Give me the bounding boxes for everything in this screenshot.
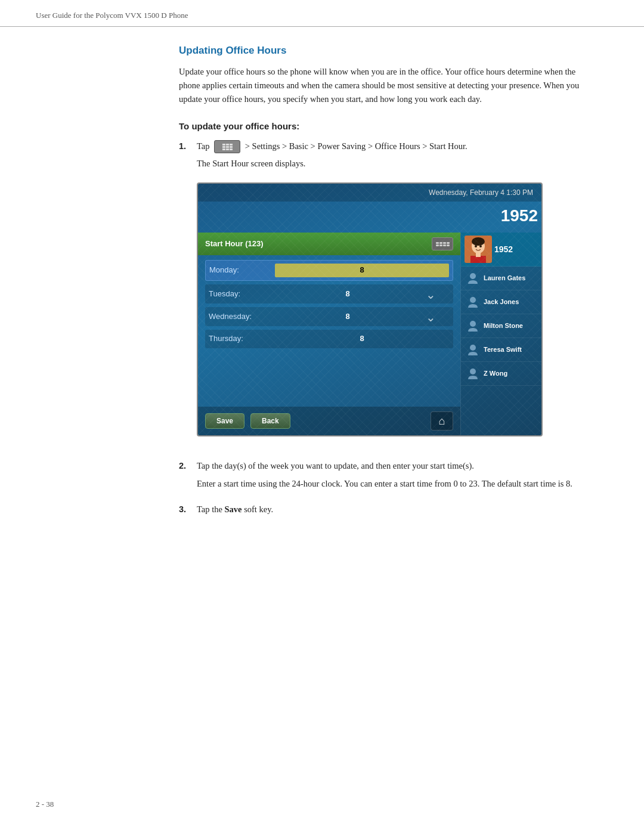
phone-body: Start Hour (123)	[198, 233, 543, 435]
contact-milton-stone[interactable]: Milton Stone	[461, 314, 543, 338]
sub-heading: To update your office hours:	[179, 121, 584, 131]
step-3: 3. Tap the Save soft key.	[179, 503, 584, 520]
page-header: User Guide for the Polycom VVX 1500 D Ph…	[0, 0, 644, 27]
step-1-caption: The Start Hour screen displays.	[197, 157, 584, 171]
settings-header: Start Hour (123)	[198, 233, 460, 255]
arrow-down-1: ⌄	[421, 289, 440, 301]
contact-icon-zwong	[465, 366, 481, 382]
field-tuesday-label: Tuesday:	[209, 288, 274, 301]
svg-point-8	[470, 297, 476, 303]
phone-right-panel: 1952 Lauren Gates	[460, 233, 543, 435]
person-icon-4	[466, 343, 479, 357]
phone-screen: Wednesday, February 4 1:30 PM 1952 Start…	[198, 184, 543, 435]
field-tuesday-value: 8	[274, 288, 421, 301]
person-icon	[466, 272, 479, 285]
menu-button-icon[interactable]	[214, 140, 240, 153]
contact-icon-lauren	[465, 270, 481, 287]
step-2-content: Tap the day(s) of the week you want to u…	[197, 459, 584, 494]
step-2-subtext: Enter a start time using the 24-hour clo…	[197, 477, 584, 491]
contact-teresa-name: Teresa Swift	[484, 346, 522, 354]
contact-icon-milton	[465, 318, 481, 335]
field-monday[interactable]: Monday: 8	[205, 260, 453, 281]
avatar-face-svg	[465, 236, 492, 263]
header-text: User Guide for the Polycom VVX 1500 D Ph…	[36, 11, 188, 20]
settings-header-label: Start Hour (123)	[205, 238, 264, 250]
svg-point-11	[470, 368, 476, 374]
svg-rect-4	[476, 252, 481, 257]
step-2: 2. Tap the day(s) of the week you want t…	[179, 459, 584, 494]
svg-point-10	[470, 345, 476, 351]
avatar-1952	[465, 236, 492, 263]
settings-fields: Monday: 8 Tuesday: 8 ⌄	[198, 255, 460, 407]
step-2-num: 2.	[179, 459, 191, 473]
phone-left-panel: Start Hour (123)	[198, 233, 460, 435]
step-3-num: 3.	[179, 503, 191, 516]
keyboard-grid	[436, 242, 450, 246]
contact-teresa-swift[interactable]: Teresa Swift	[461, 338, 543, 362]
contact-lauren-gates[interactable]: Lauren Gates	[461, 267, 543, 290]
step-1: 1. Tap > Settings > Basic > Power Saving…	[179, 140, 584, 451]
contact-icon-teresa	[465, 342, 481, 358]
back-soft-key[interactable]: Back	[250, 413, 290, 429]
field-thursday-value: 8	[274, 333, 450, 345]
svg-point-9	[470, 321, 476, 327]
phone-bottom-bar: Save Back ⌂	[198, 407, 460, 435]
contact-milton-name: Milton Stone	[484, 322, 523, 330]
save-soft-key[interactable]: Save	[205, 413, 244, 429]
contact-icon-jack	[465, 294, 481, 311]
field-wednesday[interactable]: Wednesday: 8 ⌄	[205, 307, 453, 326]
svg-point-2	[472, 237, 485, 246]
step-2-text: Tap the day(s) of the week you want to u…	[197, 459, 584, 473]
field-tuesday[interactable]: Tuesday: 8 ⌄	[205, 284, 453, 304]
section-title: Updating Office Hours	[179, 45, 584, 57]
field-wednesday-value: 8	[274, 311, 421, 323]
keyboard-icon	[432, 237, 453, 250]
contact-jack-jones[interactable]: Jack Jones	[461, 290, 543, 314]
contact-zwong-name: Z Wong	[484, 370, 507, 377]
datetime-display: Wednesday, February 4 1:30 PM	[429, 187, 533, 199]
phone-screen-wrapper: Wednesday, February 4 1:30 PM 1952 Start…	[197, 182, 543, 436]
step-1-instruction: Tap > Settings > Basic > Power Saving > …	[197, 140, 584, 154]
large-number-display: 1952	[198, 202, 543, 233]
contact-1952[interactable]: 1952	[461, 233, 543, 267]
phone-topbar: Wednesday, February 4 1:30 PM	[198, 184, 543, 201]
contact-z-wong[interactable]: Z Wong	[461, 362, 543, 386]
wednesday-arrows: ⌄	[421, 311, 450, 323]
field-monday-value: 8	[275, 264, 449, 277]
field-monday-label: Monday:	[209, 264, 275, 277]
home-button[interactable]: ⌂	[431, 411, 453, 431]
person-icon-3	[466, 320, 479, 333]
svg-point-7	[470, 273, 476, 279]
contact-lauren-name: Lauren Gates	[484, 274, 525, 282]
menu-grid-icon	[222, 144, 233, 150]
step-3-content: Tap the Save soft key.	[197, 503, 584, 520]
person-icon-2	[466, 296, 479, 309]
step-3-text: Tap the Save soft key.	[197, 503, 584, 516]
field-wednesday-label: Wednesday:	[209, 311, 274, 323]
intro-text: Update your office hours so the phone wi…	[179, 65, 584, 107]
step-1-num: 1.	[179, 140, 191, 153]
contact-1952-name: 1952	[494, 244, 513, 255]
step-1-content: Tap > Settings > Basic > Power Saving > …	[197, 140, 584, 451]
page-number: 2 - 38	[36, 800, 54, 809]
person-icon-5	[466, 367, 479, 380]
field-thursday[interactable]: Thursday: 8	[205, 330, 453, 348]
svg-point-5	[475, 245, 477, 247]
tuesday-arrows: ⌄	[421, 289, 450, 301]
contact-jack-name: Jack Jones	[484, 298, 519, 306]
svg-point-6	[479, 245, 482, 247]
field-thursday-label: Thursday:	[209, 333, 274, 345]
main-content: Updating Office Hours Update your office…	[0, 27, 644, 552]
arrow-down-2: ⌄	[421, 311, 440, 323]
